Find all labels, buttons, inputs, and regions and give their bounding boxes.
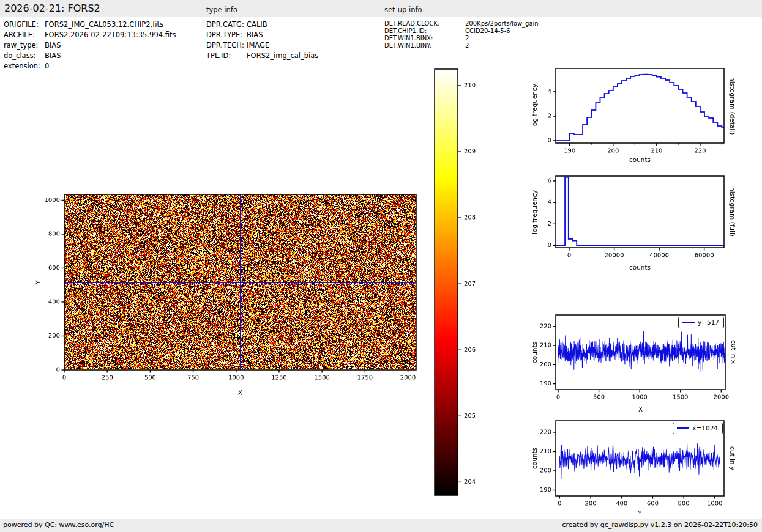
info-value: CCID20-14-5-6 [465, 28, 510, 35]
info-row: ORIGFILE:FORS2_IMG_CAL053.12.CHIP2.fits [4, 20, 176, 30]
x-axis-label: X [556, 405, 725, 413]
histogram-full-canvas [526, 170, 762, 277]
info-label: extension: [4, 61, 45, 72]
info-value: BIAS [45, 51, 61, 61]
info-value: 2 [465, 42, 469, 50]
info-row: TPL.ID:FORS2_img_cal_bias [206, 51, 318, 61]
x-axis-label: X [64, 389, 416, 396]
info-row: ARCFILE:FORS2.2026-02-22T09:13:35.994.fi… [4, 30, 176, 40]
right-axis-label: histogram (full) [728, 176, 737, 248]
y-axis-label: counts [530, 421, 539, 496]
info-label: DET.READ.CLOCK: [384, 20, 465, 28]
info-label: DPR.CATG: [206, 20, 247, 30]
info-value: 200Kps/2ports/low_gain [465, 20, 539, 28]
x-axis-label: counts [556, 264, 724, 271]
file-info-block: ORIGFILE:FORS2_IMG_CAL053.12.CHIP2.fits … [4, 20, 176, 72]
info-label: ORIGFILE: [4, 20, 45, 30]
header-bar [0, 0, 762, 17]
footer-left-text: powered by QC: www.eso.org/HC [3, 521, 114, 529]
colorbar-canvas [428, 64, 499, 501]
cut-in-y-canvas [526, 413, 762, 519]
info-value: CALIB [247, 20, 267, 30]
y-axis-label: log frequency [530, 68, 539, 143]
right-axis-label: cut in x [729, 315, 738, 390]
info-label: DPR.TECH: [206, 40, 247, 51]
info-value: 0 [45, 61, 49, 72]
y-axis-label: log frequency [530, 176, 539, 248]
setup-info-heading: set-up info [384, 6, 422, 14]
info-value: FORS2_img_cal_bias [247, 51, 318, 61]
cut-y-legend: x=1024 [673, 423, 723, 434]
qc-report-page: 2026-02-21: FORS2 type info set-up info … [0, 0, 762, 532]
info-row: DET.WIN1.BINY:2 [384, 42, 539, 50]
y-axis-label: counts [530, 315, 539, 390]
right-axis-label: histogram (detail) [728, 68, 737, 143]
cut-in-x-canvas [526, 309, 762, 413]
info-label: do_class: [4, 51, 45, 61]
info-row: DPR.TYPE:BIAS [206, 30, 318, 40]
type-info-block: DPR.CATG:CALIB DPR.TYPE:BIAS DPR.TECH:IM… [206, 20, 318, 61]
info-row: DPR.TECH:IMAGE [206, 40, 318, 51]
legend-line-swatch [677, 427, 689, 429]
y-axis-label: Y [34, 194, 42, 370]
x-axis-label: counts [556, 156, 724, 163]
info-label: ARCFILE: [4, 30, 45, 40]
info-row: raw_type:BIAS [4, 40, 176, 51]
legend-label: x=1024 [692, 424, 718, 432]
cut-x-legend: y=517 [678, 317, 724, 328]
info-row: extension:0 [4, 61, 176, 72]
info-value: BIAS [45, 40, 61, 51]
report-title: 2026-02-21: FORS2 [4, 2, 100, 14]
info-row: DET.READ.CLOCK:200Kps/2ports/low_gain [384, 20, 539, 28]
info-label: DET.WIN1.BINX: [384, 35, 465, 42]
setup-info-block: DET.READ.CLOCK:200Kps/2ports/low_gain DE… [384, 20, 539, 50]
legend-line-swatch [682, 322, 695, 323]
histogram-full-plot: log frequency histogram (full) counts [526, 170, 762, 277]
colorbar [428, 64, 499, 501]
type-info-heading: type info [206, 6, 237, 14]
info-row: DET.CHIP1.ID:CCID20-14-5-6 [384, 28, 539, 35]
histogram-detail-plot: log frequency histogram (detail) counts [526, 61, 762, 170]
info-label: DET.WIN1.BINY: [384, 42, 465, 50]
info-row: DET.WIN1.BINX:2 [384, 35, 539, 42]
right-axis-label: cut in y [728, 421, 737, 496]
footer-right-text: created by qc_rawdisp.py v1.2.3 on 2026-… [562, 521, 758, 529]
info-label: DET.CHIP1.ID: [384, 28, 465, 35]
histogram-detail-canvas [526, 61, 762, 170]
info-label: TPL.ID: [206, 51, 247, 61]
bias-image-plot: Y X [34, 183, 431, 399]
x-axis-label: Y [556, 509, 724, 517]
info-label: raw_type: [4, 40, 45, 51]
cut-in-x-plot: counts cut in x X y=517 [526, 309, 762, 413]
info-row: DPR.CATG:CALIB [206, 20, 318, 30]
info-value: 2 [465, 35, 469, 42]
info-value: IMAGE [247, 40, 269, 51]
bias-image-canvas [34, 183, 431, 399]
info-label: DPR.TYPE: [206, 30, 247, 40]
cut-in-y-plot: counts cut in y Y x=1024 [526, 413, 762, 519]
info-row: do_class:BIAS [4, 51, 176, 61]
info-value: FORS2.2026-02-22T09:13:35.994.fits [45, 30, 176, 40]
info-value: BIAS [247, 30, 263, 40]
legend-label: y=517 [698, 319, 719, 326]
info-value: FORS2_IMG_CAL053.12.CHIP2.fits [45, 20, 163, 30]
